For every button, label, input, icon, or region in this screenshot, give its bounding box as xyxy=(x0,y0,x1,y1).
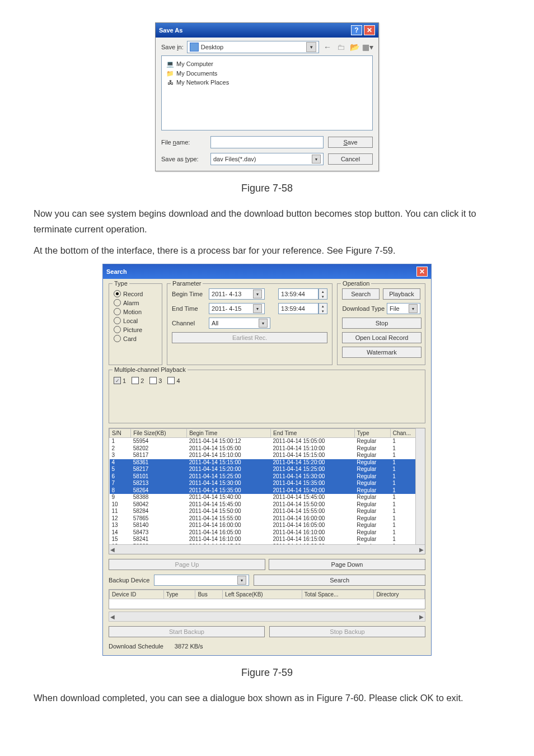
time-spinner[interactable]: ▴▾ xyxy=(318,303,327,314)
type-radio-record[interactable]: Record xyxy=(114,290,157,297)
device-table[interactable]: Device IDTypeBusLeft Space(KB)Total Spac… xyxy=(109,589,425,609)
device-column-header[interactable]: Left Space(KB) xyxy=(222,590,302,599)
type-radio-picture[interactable]: Picture xyxy=(114,326,157,333)
results-column-header[interactable]: File Size(KB) xyxy=(131,429,187,438)
folder-icon: 📁 xyxy=(166,69,174,77)
vertical-scrollbar[interactable] xyxy=(415,428,425,545)
device-column-header[interactable]: Type xyxy=(163,590,195,599)
mcp-label: 4 xyxy=(176,377,180,384)
horizontal-scrollbar[interactable]: ◀▶ xyxy=(109,612,425,622)
table-row[interactable]: 15582412011-04-14 16:10:002011-04-14 16:… xyxy=(110,536,425,543)
type-radio-alarm[interactable]: Alarm xyxy=(114,299,157,306)
table-row[interactable]: 7582132011-04-14 15:30:002011-04-14 15:3… xyxy=(110,480,425,487)
search-titlebar: Search ✕ xyxy=(103,264,431,279)
save-as-type-select[interactable]: dav Files(*.dav) ▾ xyxy=(210,153,324,165)
cancel-button[interactable]: Cancel xyxy=(328,153,373,165)
device-column-header[interactable]: Directory xyxy=(374,590,425,599)
table-row[interactable]: 11582842011-04-14 15:50:002011-04-14 15:… xyxy=(110,508,425,515)
table-row[interactable]: 4583612011-04-14 15:15:002011-04-14 15:2… xyxy=(110,459,425,466)
results-column-header[interactable]: End Time xyxy=(270,429,354,438)
mcp-group: Multiple-channel Playback 1234 xyxy=(109,370,425,423)
table-row[interactable]: 14584732011-04-14 16:05:002011-04-14 16:… xyxy=(110,529,425,536)
device-column-header[interactable]: Bus xyxy=(195,590,222,599)
results-column-header[interactable]: Begin Time xyxy=(187,429,271,438)
page-up-button[interactable]: Page Up xyxy=(109,559,265,570)
table-row[interactable]: 6581012011-04-14 15:25:002011-04-14 15:3… xyxy=(110,473,425,480)
table-row[interactable]: 3581172011-04-14 15:10:002011-04-14 15:1… xyxy=(110,452,425,459)
begin-date-input[interactable]: 2011- 4-13▾ xyxy=(209,288,265,300)
mcp-checkbox-2[interactable] xyxy=(132,377,139,384)
search-button[interactable]: Search xyxy=(342,288,380,300)
mcp-checkbox-4[interactable] xyxy=(167,377,175,384)
chevron-down-icon: ▾ xyxy=(306,42,316,52)
download-type-select[interactable]: File▾ xyxy=(387,303,420,314)
results-column-header[interactable]: Type xyxy=(354,429,390,438)
table-row[interactable]: 10580422011-04-14 15:45:002011-04-14 15:… xyxy=(110,501,425,508)
horizontal-scrollbar[interactable]: ◀▶ xyxy=(109,544,425,554)
mcp-legend: Multiple-channel Playback xyxy=(113,366,188,373)
back-icon[interactable]: ← xyxy=(322,42,332,52)
mcp-label: 2 xyxy=(140,377,144,384)
list-item[interactable]: 📁My Documents xyxy=(166,69,368,78)
table-row[interactable]: 2582022011-04-14 15:05:002011-04-14 15:1… xyxy=(110,445,425,452)
close-icon[interactable]: ✕ xyxy=(364,25,375,35)
radio-label: Card xyxy=(123,335,137,342)
table-row[interactable]: 5582172011-04-14 15:20:002011-04-14 15:2… xyxy=(110,466,425,473)
close-icon[interactable]: ✕ xyxy=(416,267,428,277)
start-backup-button[interactable]: Start Backup xyxy=(109,626,265,637)
table-row[interactable]: 13581402011-04-14 16:00:002011-04-14 16:… xyxy=(110,522,425,529)
backup-device-select[interactable]: ▾ xyxy=(154,575,249,586)
list-item[interactable]: 💻My Computer xyxy=(166,59,368,69)
operation-group: Operation Search Playback Download Type … xyxy=(337,283,425,365)
file-name-input[interactable] xyxy=(210,136,324,148)
chevron-down-icon: ▾ xyxy=(253,304,262,313)
download-type-label: Download Type xyxy=(342,305,385,312)
up-icon[interactable]: 🗀 xyxy=(336,42,346,52)
help-icon[interactable]: ? xyxy=(351,25,362,35)
device-column-header[interactable]: Total Space... xyxy=(302,590,374,599)
stop-button[interactable]: Stop xyxy=(342,318,421,329)
begin-time-input[interactable]: 13:59:44 xyxy=(278,288,318,300)
table-row[interactable]: 12578652011-04-14 15:55:002011-04-14 16:… xyxy=(110,515,425,522)
backup-search-button[interactable]: Search xyxy=(254,575,425,586)
device-column-header[interactable]: Device ID xyxy=(110,590,164,599)
mcp-checkbox-1[interactable] xyxy=(114,377,121,384)
type-radio-card[interactable]: Card xyxy=(114,335,157,342)
mcp-checkbox-3[interactable] xyxy=(149,377,157,384)
table-row[interactable]: 9583882011-04-14 15:40:002011-04-14 15:4… xyxy=(110,494,425,501)
open-local-record-button[interactable]: Open Local Record xyxy=(342,332,421,343)
results-column-header[interactable]: S/N xyxy=(110,429,131,438)
end-time-input[interactable]: 13:59:44 xyxy=(278,303,318,314)
save-in-select[interactable]: Desktop ▾ xyxy=(187,41,319,53)
playback-button[interactable]: Playback xyxy=(383,288,420,300)
file-list[interactable]: 💻My Computer 📁My Documents 🖧My Network P… xyxy=(161,55,373,130)
operation-legend: Operation xyxy=(341,280,371,287)
begin-time-label: Begin Time xyxy=(172,291,209,297)
radio-icon xyxy=(114,290,121,297)
page-down-button[interactable]: Page Down xyxy=(269,559,425,570)
list-item[interactable]: 🖧My Network Places xyxy=(166,78,368,87)
time-spinner[interactable]: ▴▾ xyxy=(318,288,327,300)
earliest-rec-button[interactable]: Earliest Rec. xyxy=(172,332,327,343)
end-date-input[interactable]: 2011- 4-15▾ xyxy=(209,303,265,314)
watermark-button[interactable]: Watermark xyxy=(342,347,421,358)
save-button[interactable]: Save xyxy=(328,137,373,148)
radio-label: Record xyxy=(123,291,143,297)
save-as-title: Save As xyxy=(159,27,182,34)
computer-icon: 💻 xyxy=(166,60,174,68)
table-row[interactable]: 8582642011-04-14 15:35:002011-04-14 15:4… xyxy=(110,487,425,494)
body-paragraph: Now you can see system begins download a… xyxy=(34,206,500,237)
view-menu-icon[interactable]: ▦▾ xyxy=(363,42,373,52)
channel-select[interactable]: All▾ xyxy=(209,318,270,329)
new-folder-icon[interactable]: 📂 xyxy=(349,42,359,52)
radio-label: Local xyxy=(123,318,138,324)
table-row[interactable]: 1559542011-04-14 15:00:122011-04-14 15:0… xyxy=(110,438,425,445)
parameter-legend: Parameter xyxy=(171,280,203,287)
results-table[interactable]: S/NFile Size(KB)Begin TimeEnd TimeTypeCh… xyxy=(109,428,425,554)
radio-label: Alarm xyxy=(123,300,139,306)
download-schedule-label: Download Schedule xyxy=(109,643,163,650)
stop-backup-button[interactable]: Stop Backup xyxy=(269,626,425,637)
type-radio-motion[interactable]: Motion xyxy=(114,308,157,315)
type-radio-local[interactable]: Local xyxy=(114,317,157,324)
body-paragraph: At the bottom of the interface, there is… xyxy=(34,242,500,258)
